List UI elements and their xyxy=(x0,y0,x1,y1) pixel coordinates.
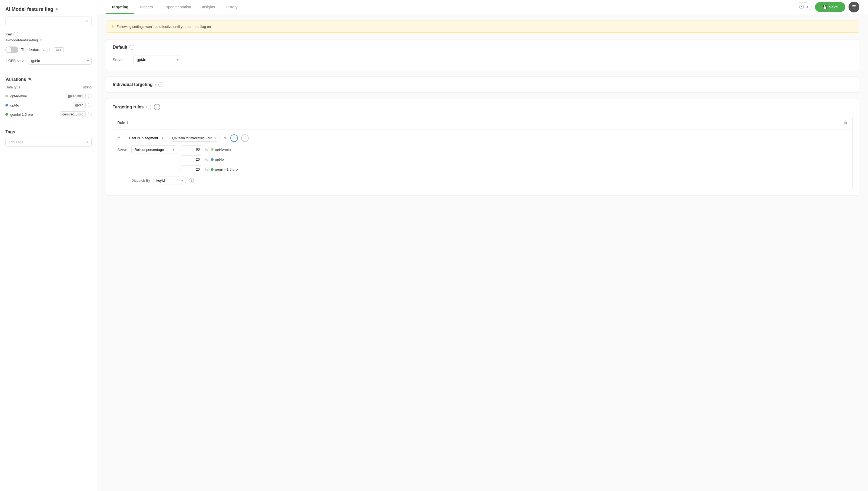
rule-if-row: If User is in segment ▼ QA team for mark… xyxy=(117,134,848,142)
warning-bar: ⚠ Following settings won't be effective … xyxy=(106,21,859,33)
variation-row-1: gpt4o gpt4o ⛶ xyxy=(5,102,92,108)
variation-indicator-0: gpt4o-mini xyxy=(211,147,232,151)
sidebar: AI Model feature flag ✎ ✎ Key i ai-model… xyxy=(0,0,97,491)
if-label: If xyxy=(117,136,123,140)
add-condition-button[interactable]: + xyxy=(230,134,238,142)
tab-experimentation[interactable]: Experimentation xyxy=(158,0,197,14)
targeting-rules-title: Targeting rules xyxy=(113,105,144,110)
default-serve-field: Serve gpt4o gpt4o-mini gemini-1.5-pro ▼ xyxy=(113,55,852,64)
rollout-select[interactable]: Rollout percentage Specific variation xyxy=(131,145,177,154)
variation-dot-2 xyxy=(5,113,8,116)
flag-toggle[interactable] xyxy=(5,47,19,53)
targeting-rules-info-icon[interactable]: i xyxy=(146,105,151,110)
individual-targeting-title: Individual targeting xyxy=(113,82,153,87)
main-body: ⚠ Following settings won't be effective … xyxy=(97,14,868,208)
segment-dropdown-arrow[interactable]: ▼ xyxy=(223,136,227,140)
targeting-rules-card: Targeting rules i + Rule 1 🗑 If User xyxy=(106,98,859,196)
edit-title-icon[interactable]: ✎ xyxy=(55,7,59,11)
pct-input-2[interactable] xyxy=(181,166,202,173)
key-info-icon[interactable]: i xyxy=(13,32,19,36)
pct-symbol-1: % xyxy=(205,157,208,162)
warning-text: Following settings won't be effective un… xyxy=(117,25,211,29)
variation-row-2: gemini-1.5-pro gemini-1.5-pro ⛶ xyxy=(5,111,92,117)
individual-targeting-section: Individual targeting › i xyxy=(106,77,859,92)
individual-targeting-card: Individual targeting › i xyxy=(106,77,859,93)
dispatch-label: Dispatch By xyxy=(131,178,150,182)
targeting-rules-header: Targeting rules i + xyxy=(106,98,859,116)
variation-dot-0 xyxy=(5,95,8,97)
key-section: Key i ai-model-feature-flag ⧉ The featur… xyxy=(5,32,92,65)
pct-row-2: % gemini-1.5-pro xyxy=(181,166,238,173)
default-info-icon[interactable]: i xyxy=(129,45,134,50)
toggle-knob xyxy=(6,47,11,53)
segment-chip-remove[interactable]: ✕ xyxy=(214,136,217,140)
variation-expand-0[interactable]: ⛶ xyxy=(88,94,92,98)
tab-insights[interactable]: Insights xyxy=(197,0,220,14)
key-value-text: ai-model-feature-flag xyxy=(5,38,38,42)
if-off-serve-row: If OFF, serve gpt4o gpt4o-mini gemini-1.… xyxy=(5,57,92,65)
if-off-serve-label: If OFF, serve xyxy=(5,59,25,63)
tab-history[interactable]: History xyxy=(220,0,243,14)
default-card-body: Serve gpt4o gpt4o-mini gemini-1.5-pro ▼ xyxy=(106,55,859,71)
pct-input-1[interactable] xyxy=(181,155,202,163)
individual-targeting-chevron[interactable]: › xyxy=(155,82,156,87)
individual-targeting-info-icon[interactable]: i xyxy=(158,82,163,87)
percentages-section: % gpt4o-mini % xyxy=(181,145,238,173)
variation-dot-1 xyxy=(5,104,8,107)
remove-condition-button[interactable]: − xyxy=(241,134,249,142)
variations-header: Variations ✎ xyxy=(5,77,92,82)
edit-variations-icon[interactable]: ✎ xyxy=(28,77,32,82)
default-serve-select[interactable]: gpt4o gpt4o-mini gemini-1.5-pro xyxy=(133,55,182,64)
history-count: 0 xyxy=(806,5,808,9)
save-button[interactable]: 💾 Save xyxy=(815,2,845,12)
delete-rule-button[interactable]: 🗑 xyxy=(843,120,848,125)
sidebar-title-row: AI Model feature flag ✎ xyxy=(5,6,92,12)
rule-1-header: Rule 1 🗑 xyxy=(113,116,852,129)
variation-label-0: gpt4o-mini xyxy=(215,147,232,151)
variations-section: Variations ✎ Data type string gpt4o-mini… xyxy=(5,77,92,117)
pct-input-0[interactable] xyxy=(181,145,202,153)
variations-title: Variations xyxy=(5,77,26,82)
tags-section: Tags Add Tags ▼ xyxy=(5,129,92,147)
variation-expand-2[interactable]: ⛶ xyxy=(88,112,92,117)
tabs: Targeting Triggers Experimentation Insig… xyxy=(106,0,243,14)
segment-chip: QA team for marketing - org ✕ xyxy=(169,135,220,142)
variation-expand-1[interactable]: ⛶ xyxy=(88,103,92,107)
dispatch-select[interactable]: keyId userId xyxy=(153,177,186,184)
variation-name-1: gpt4o xyxy=(10,103,70,107)
description-input[interactable]: ✎ xyxy=(5,17,92,26)
save-label: Save xyxy=(829,5,838,9)
main-content-area: Targeting Triggers Experimentation Insig… xyxy=(97,0,868,491)
condition-select[interactable]: User is in segment xyxy=(126,134,166,142)
key-value-row: ai-model-feature-flag ⧉ xyxy=(5,38,92,42)
default-card-title: Default i xyxy=(113,45,134,50)
variation-row-0: gpt4o-mini gpt4o-mini ⛶ xyxy=(5,93,92,99)
toggle-row: The feature flag is OFF xyxy=(5,47,92,53)
serve-rule-label: Serve xyxy=(117,145,128,152)
tab-targeting[interactable]: Targeting xyxy=(106,0,134,14)
feature-flag-title: AI Model feature flag xyxy=(5,6,53,12)
variation-tag-1: gpt4o xyxy=(73,102,86,108)
pct-symbol-2: % xyxy=(205,167,208,171)
menu-button[interactable]: ☰ xyxy=(848,2,859,12)
copy-icon[interactable]: ⧉ xyxy=(40,38,42,42)
sidebar-divider-2 xyxy=(5,124,92,124)
tab-triggers[interactable]: Triggers xyxy=(134,0,158,14)
pct-row-1: % gpt4o xyxy=(181,155,238,163)
header-actions: 🕐 0 💾 Save ☰ xyxy=(795,2,859,12)
data-type-row: Data type string xyxy=(5,85,92,89)
segment-chip-text: QA team for marketing - org xyxy=(172,136,212,140)
variation-indicator-1: gpt4o xyxy=(211,157,224,162)
dispatch-info-icon[interactable]: i xyxy=(189,178,194,183)
warning-icon: ⚠ xyxy=(111,24,114,29)
variation-color-1 xyxy=(211,158,214,161)
flag-text: The feature flag is xyxy=(21,48,51,52)
add-rule-button[interactable]: + xyxy=(154,104,160,110)
if-off-serve-select[interactable]: gpt4o gpt4o-mini gemini-1.5-pro xyxy=(28,57,92,65)
tags-input[interactable]: Add Tags ▼ xyxy=(5,138,92,147)
variation-label-1: gpt4o xyxy=(215,157,224,162)
tags-placeholder: Add Tags xyxy=(8,140,23,144)
history-count-button[interactable]: 🕐 0 xyxy=(795,2,812,11)
pct-symbol-0: % xyxy=(205,147,208,151)
default-serve-select-wrap: gpt4o gpt4o-mini gemini-1.5-pro ▼ xyxy=(133,55,182,64)
